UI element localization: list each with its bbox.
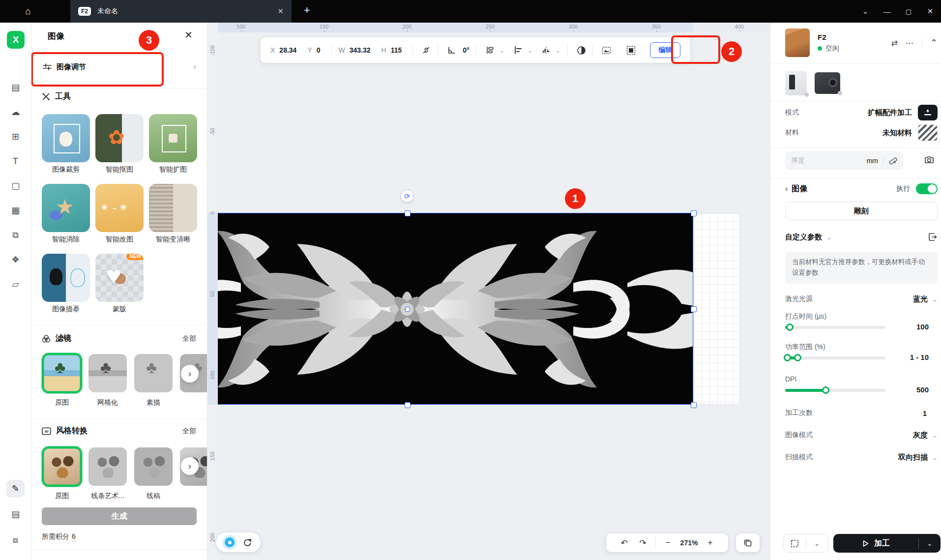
rotate-handle-icon[interactable]: ⟳	[401, 190, 413, 202]
new-tab-button[interactable]: +	[304, 4, 310, 17]
engrave-button[interactable]: 雕刻	[785, 202, 938, 220]
y-field[interactable]: Y0	[307, 46, 320, 54]
arrange-chevron-icon[interactable]: ⌄	[500, 47, 505, 54]
style-thumb-线稿[interactable]	[134, 447, 173, 486]
power-range-slider[interactable]	[785, 356, 885, 359]
zoom-in-button[interactable]: +	[701, 538, 720, 548]
thickness-input[interactable]: 厚度 mm A	[785, 151, 903, 170]
filter-thumb-网格化[interactable]	[88, 354, 127, 392]
redo-icon[interactable]: ↷	[634, 538, 652, 548]
tool-card-crop[interactable]	[42, 114, 90, 162]
sidebar-item-file-icon[interactable]: ▤	[0, 78, 31, 97]
contrast-icon[interactable]	[575, 44, 588, 57]
measure-icon[interactable]: A	[888, 156, 897, 165]
tool-card-expand[interactable]	[149, 114, 197, 162]
selection-handle-bottom-right[interactable]	[691, 402, 697, 408]
dpi-slider[interactable]	[785, 389, 885, 392]
sidebar-item-boolean-icon[interactable]: ⧉	[0, 225, 31, 245]
frame-chevron-icon[interactable]: ⌄	[806, 540, 828, 547]
mode-row[interactable]: 模式 扩幅配件加工	[785, 103, 938, 122]
xtool-logo[interactable]: X	[7, 31, 25, 49]
sidebar-item-shape-icon[interactable]: ▢	[0, 176, 31, 196]
selected-image[interactable]	[218, 213, 693, 405]
tool-card-trace[interactable]	[42, 254, 90, 302]
image-adjust-row[interactable]: 图像调节 ›	[31, 53, 207, 83]
passes-row[interactable]: 加工次数 1	[785, 407, 938, 419]
switch-device-icon[interactable]: ⇄	[891, 38, 898, 48]
sidebar-item-table-icon[interactable]: ▦	[0, 201, 31, 220]
material-swatch[interactable]	[918, 124, 938, 141]
accessory-1[interactable]	[785, 71, 807, 95]
sidebar-item-layers-icon[interactable]: ⧈	[0, 530, 31, 550]
x-field[interactable]: X28.34	[270, 46, 296, 54]
execute-toggle[interactable]	[916, 183, 938, 194]
sidebar-item-cloud-icon[interactable]: ☁	[0, 102, 31, 122]
align-icon[interactable]	[512, 44, 525, 57]
refresh-icon[interactable]	[243, 538, 252, 547]
more-icon[interactable]: ⋯	[906, 38, 914, 48]
selection-handle-right[interactable]	[691, 306, 697, 312]
process-chevron-icon[interactable]: ⌄	[919, 540, 941, 547]
chevron-down-icon[interactable]: ⌄	[854, 0, 876, 23]
sidebar-item-add-icon[interactable]: ⊞	[0, 127, 31, 147]
tab-close-icon[interactable]: ✕	[277, 7, 284, 16]
material-row[interactable]: 材料 未知材料	[785, 123, 938, 142]
scan-mode-row[interactable]: 扫描模式 双向扫描 ⌄	[785, 451, 938, 463]
height-field[interactable]: H115	[382, 46, 402, 54]
tool-card-mask[interactable]: NEW	[95, 254, 144, 302]
width-field[interactable]: W343.32	[339, 46, 371, 54]
undo-icon[interactable]: ↶	[615, 538, 634, 548]
style-thumb-线条艺术...[interactable]	[88, 447, 127, 486]
image-adjust-icon[interactable]	[600, 44, 613, 57]
tool-card-flower[interactable]	[95, 114, 144, 162]
arrange-icon[interactable]	[484, 44, 497, 57]
canvas-area[interactable]: 100150200250300350400 -100-5005010015020…	[207, 23, 770, 560]
sidebar-item-apps-icon[interactable]: ❖	[0, 250, 31, 269]
accessory-2-camera[interactable]	[815, 72, 840, 94]
duplicate-button[interactable]	[736, 533, 760, 552]
device-header[interactable]: F2 空闲 ⇄ ⋯ ⌃	[785, 28, 938, 58]
selection-handle-bottom[interactable]	[405, 402, 411, 408]
panel-close-icon[interactable]: ✕	[184, 29, 193, 41]
image-mode-row[interactable]: 图像模式 灰度 ⌄	[785, 429, 938, 441]
document-tab[interactable]: F2 未命名 ✕	[70, 0, 292, 23]
unlock-ratio-icon[interactable]	[420, 44, 433, 57]
dot-time-slider[interactable]	[785, 326, 885, 329]
locate-dot-icon[interactable]	[225, 537, 235, 547]
styles-all-link[interactable]: 全部	[182, 427, 196, 436]
style-thumb-原图[interactable]	[43, 447, 81, 486]
laser-source-row[interactable]: 激光光源 蓝光 ⌄	[785, 293, 938, 305]
edit-button[interactable]: 编辑	[650, 42, 680, 58]
flip-chevron-icon[interactable]: ⌄	[556, 47, 561, 54]
generate-button[interactable]: 生成	[42, 507, 197, 525]
tool-card-erase[interactable]	[42, 184, 90, 232]
filters-all-link[interactable]: 全部	[182, 334, 196, 343]
sidebar-item-folder-icon[interactable]: ▱	[0, 274, 31, 294]
filter-thumb-素描[interactable]	[134, 354, 173, 392]
close-button[interactable]: ✕	[919, 0, 941, 23]
tool-card-clarify[interactable]	[149, 184, 197, 232]
filter-thumb-原图[interactable]	[43, 354, 81, 392]
back-icon[interactable]: ‹	[785, 184, 788, 193]
custom-params-row[interactable]: 自定义参数 ⌄	[785, 231, 938, 243]
selection-handle-top-right[interactable]	[691, 210, 697, 216]
styles-scroll-right-button[interactable]: ›	[181, 457, 199, 475]
minimize-button[interactable]: —	[876, 0, 898, 23]
sidebar-item-text-icon[interactable]: T	[0, 151, 31, 171]
angle-field[interactable]: 0°	[463, 46, 469, 54]
tool-card-modify[interactable]	[95, 184, 144, 232]
process-button[interactable]: 加工 ⌄	[833, 534, 941, 553]
maximize-button[interactable]: ▢	[898, 0, 919, 23]
filters-scroll-right-button[interactable]: ›	[181, 365, 199, 383]
align-chevron-icon[interactable]: ⌄	[528, 47, 533, 54]
home-icon[interactable]: ⌂	[20, 4, 36, 19]
collapse-panel-icon[interactable]: ⌃	[930, 37, 938, 48]
selection-handle-top[interactable]	[405, 210, 411, 216]
selection-center-anchor[interactable]	[405, 307, 410, 312]
frame-preview-button[interactable]: ⌄	[783, 534, 828, 553]
export-params-icon[interactable]	[928, 232, 938, 242]
sidebar-item-pen-icon[interactable]: ✎	[0, 479, 31, 499]
camera-icon[interactable]	[924, 154, 935, 165]
bitmap-icon[interactable]	[624, 44, 637, 57]
zoom-level[interactable]: 271%	[677, 539, 701, 547]
